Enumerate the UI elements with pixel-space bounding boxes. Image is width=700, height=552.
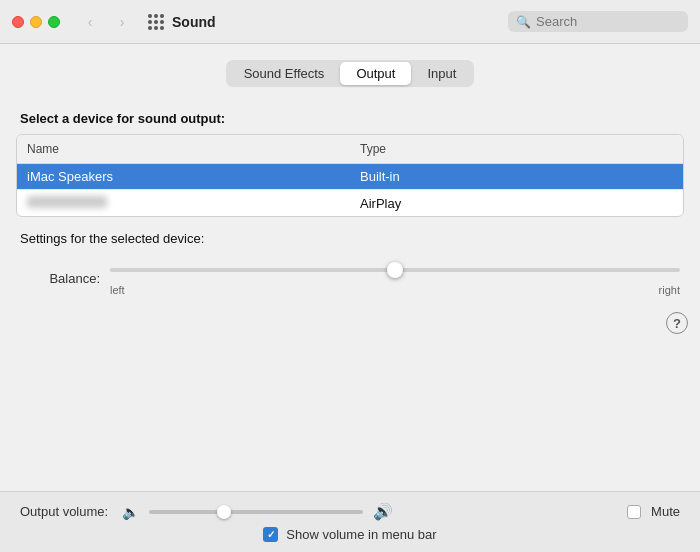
device-name: iMac Speakers bbox=[17, 165, 350, 188]
col-name-header: Name bbox=[17, 139, 350, 159]
back-button[interactable]: ‹ bbox=[76, 12, 104, 32]
traffic-lights bbox=[12, 16, 60, 28]
help-btn-container: ? bbox=[0, 308, 700, 342]
nav-buttons: ‹ › bbox=[76, 12, 136, 32]
search-input[interactable] bbox=[536, 14, 680, 29]
tab-group: Sound Effects Output Input bbox=[226, 60, 475, 87]
table-row[interactable]: AirPlay bbox=[17, 190, 683, 216]
balance-label: Balance: bbox=[20, 271, 100, 286]
show-volume-label: Show volume in menu bar bbox=[286, 527, 436, 542]
search-icon: 🔍 bbox=[516, 15, 531, 29]
app-grid-icon[interactable] bbox=[148, 14, 164, 30]
maximize-button[interactable] bbox=[48, 16, 60, 28]
tab-input[interactable]: Input bbox=[411, 62, 472, 85]
checkmark-icon: ✓ bbox=[267, 529, 275, 540]
table-row[interactable]: iMac Speakers Built-in bbox=[17, 164, 683, 190]
main-content: Sound Effects Output Input Select a devi… bbox=[0, 44, 700, 491]
col-type-header: Type bbox=[350, 139, 683, 159]
volume-slider-thumb[interactable] bbox=[217, 505, 231, 519]
show-volume-checkbox[interactable]: ✓ bbox=[263, 527, 278, 542]
section-title: Select a device for sound output: bbox=[0, 97, 700, 134]
menu-bar-row: ✓ Show volume in menu bar bbox=[20, 527, 680, 542]
tab-output[interactable]: Output bbox=[340, 62, 411, 85]
mute-checkbox[interactable] bbox=[627, 505, 641, 519]
balance-row: Balance: left right bbox=[20, 260, 680, 296]
volume-high-icon: 🔊 bbox=[373, 502, 393, 521]
volume-low-icon: 🔈 bbox=[122, 504, 139, 520]
tabs-container: Sound Effects Output Input bbox=[0, 44, 700, 97]
balance-slider-labels: left right bbox=[110, 284, 680, 296]
balance-slider-container: left right bbox=[110, 260, 680, 296]
balance-slider-fill bbox=[110, 268, 395, 272]
settings-title: Settings for the selected device: bbox=[20, 231, 680, 246]
table-header: Name Type bbox=[17, 135, 683, 164]
close-button[interactable] bbox=[12, 16, 24, 28]
help-button[interactable]: ? bbox=[666, 312, 688, 334]
bottom-bar: Output volume: 🔈 🔊 Mute ✓ Show volume in… bbox=[0, 491, 700, 552]
balance-slider-track[interactable] bbox=[110, 268, 680, 272]
minimize-button[interactable] bbox=[30, 16, 42, 28]
blurred-device-name bbox=[27, 196, 107, 208]
volume-row: Output volume: 🔈 🔊 Mute bbox=[20, 502, 680, 521]
balance-slider-thumb[interactable] bbox=[387, 262, 403, 278]
volume-slider-track[interactable] bbox=[149, 510, 363, 514]
device-table: Name Type iMac Speakers Built-in AirPlay bbox=[16, 134, 684, 217]
settings-section: Settings for the selected device: Balanc… bbox=[0, 217, 700, 308]
balance-right-label: right bbox=[659, 284, 680, 296]
tab-sound-effects[interactable]: Sound Effects bbox=[228, 62, 341, 85]
output-volume-label: Output volume: bbox=[20, 504, 108, 519]
device-name-blurred bbox=[17, 192, 350, 215]
forward-button[interactable]: › bbox=[108, 12, 136, 32]
search-box: 🔍 bbox=[508, 11, 688, 32]
window-title: Sound bbox=[172, 14, 216, 30]
device-type: Built-in bbox=[350, 165, 683, 188]
device-type-airplay: AirPlay bbox=[350, 192, 683, 215]
title-bar: ‹ › Sound 🔍 bbox=[0, 0, 700, 44]
mute-label: Mute bbox=[651, 504, 680, 519]
balance-left-label: left bbox=[110, 284, 125, 296]
